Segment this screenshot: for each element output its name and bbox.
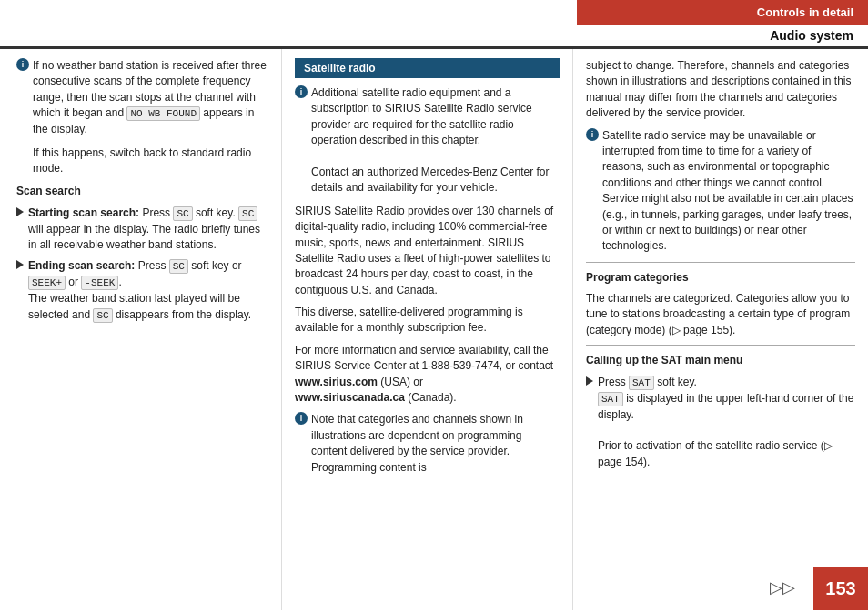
sc-code-1: SC xyxy=(173,206,192,221)
press-sat-block: Press SAT soft key. SAT is displayed in … xyxy=(586,375,855,470)
starting-scan-block: Starting scan search: Press SC soft key.… xyxy=(16,206,268,254)
section-title: Audio system xyxy=(770,28,853,43)
press-sat-text: Press SAT soft key. SAT is displayed in … xyxy=(598,375,855,470)
sc-code-2: SC xyxy=(238,206,257,221)
sc-code-3: SC xyxy=(169,259,188,274)
main-content: i If no weather band station is received… xyxy=(0,49,868,610)
sat-code-2: SAT xyxy=(598,392,623,406)
mid-para-2: This diverse, satellite-delivered progra… xyxy=(295,305,560,336)
no-wbfound-code: NO WB FOUND xyxy=(126,106,200,121)
ending-scan-block: Ending scan search: Press SC soft key or… xyxy=(16,258,268,323)
arrow-icon-2 xyxy=(16,260,24,269)
mid-para-1: SIRIUS Satellite Radio provides over 130… xyxy=(295,204,560,298)
info-icon-2: i xyxy=(295,85,308,98)
info-icon-3: i xyxy=(295,412,308,425)
info-icon-4: i xyxy=(586,128,599,141)
right-info-text-1: Satellite radio service may be unavailab… xyxy=(602,128,855,255)
right-column: subject to change. Therefore, channels a… xyxy=(573,49,868,610)
url-usa: www.sirius.com xyxy=(295,376,378,388)
sat-code-1: SAT xyxy=(629,376,654,390)
page-number: 153 xyxy=(813,567,868,610)
ending-scan-text: Ending scan search: Press SC soft key or… xyxy=(28,258,268,323)
right-info-block-1: i Satellite radio service may be unavail… xyxy=(586,128,855,255)
satellite-radio-header: Satellite radio xyxy=(295,58,560,78)
mid-para-3: For more information and service availab… xyxy=(295,343,560,406)
left-info-block-1: i If no weather band station is received… xyxy=(16,58,268,138)
scan-search-heading: Scan search xyxy=(16,184,268,199)
mid-info-text-2: Note that categories and channels shown … xyxy=(311,412,560,476)
mid-info-block-2: i Note that categories and channels show… xyxy=(295,412,560,476)
seek-minus-code: -SEEK xyxy=(81,276,118,290)
calling-up-heading: Calling up the SAT main menu xyxy=(586,353,855,368)
left-info-text-1b: If this happens, switch back to standard… xyxy=(33,145,268,177)
arrow-icon-3 xyxy=(586,376,593,386)
url-usa-suffix: (USA) or xyxy=(380,376,423,388)
page-header: Controls in detail Audio system xyxy=(0,0,868,49)
divider-1 xyxy=(586,262,855,263)
info-icon-1: i xyxy=(16,58,29,71)
sc-code-4: SC xyxy=(93,308,112,323)
ending-scan-label: Ending scan search: xyxy=(28,259,135,272)
divider-2 xyxy=(586,345,855,346)
program-categories-heading: Program categories xyxy=(586,270,855,286)
starting-scan-label: Starting scan search: xyxy=(28,206,139,219)
continued-text: subject to change. Therefore, channels a… xyxy=(586,58,855,122)
url-canada: www.siriuscanada.ca xyxy=(295,391,405,404)
left-column: i If no weather band station is received… xyxy=(0,49,282,610)
program-categories-text: The channels are categorized. Categories… xyxy=(586,291,855,338)
forward-navigation-arrow: ▷▷ xyxy=(770,577,795,597)
arrow-icon-1 xyxy=(16,207,24,216)
mid-info-text-1: Additional satellite radio equipment and… xyxy=(311,85,560,196)
seek-plus-code: SEEK+ xyxy=(28,276,66,290)
starting-scan-text: Starting scan search: Press SC soft key.… xyxy=(28,206,268,254)
mid-info-block-1: i Additional satellite radio equipment a… xyxy=(295,85,560,196)
mid-column: Satellite radio i Additional satellite r… xyxy=(282,49,573,610)
url-canada-suffix: (Canada). xyxy=(408,391,456,404)
left-info-text-1: If no weather band station is received a… xyxy=(33,58,268,138)
chapter-title: Controls in detail xyxy=(577,0,868,25)
